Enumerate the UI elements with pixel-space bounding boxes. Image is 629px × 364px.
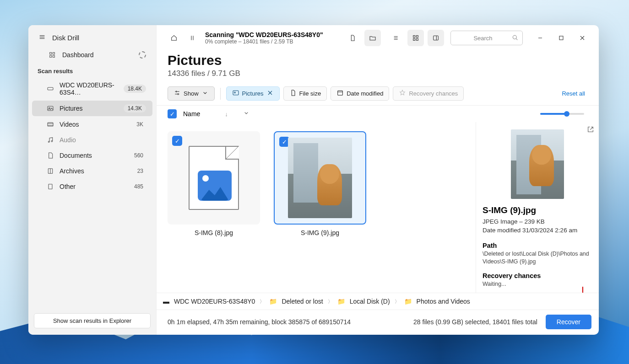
folder-icon: 📁 [269, 298, 277, 305]
show-filter-button[interactable]: Show [168, 86, 215, 101]
spinner-icon [139, 51, 146, 59]
grid-icon [49, 51, 56, 59]
column-header: ✓ Name ↓ [157, 105, 599, 122]
details-panel: S-IMG (9).jpg JPEG Image – 239 KB Date m… [476, 122, 599, 293]
pictures-filter-chip[interactable]: Pictures [226, 86, 280, 101]
breadcrumb-root[interactable]: WDC WD20EURS-63S48Y0 [174, 298, 255, 305]
reset-filters-link[interactable]: Reset all [562, 90, 588, 97]
sliders-icon [174, 89, 181, 98]
page-title: Pictures [168, 53, 588, 68]
chevron-down-icon[interactable] [243, 109, 250, 118]
svg-rect-21 [338, 91, 343, 95]
folder-view-button[interactable] [364, 30, 381, 46]
drive-icon [47, 85, 54, 92]
details-path: \Deleted or lost\Local Disk (D)\Photos a… [483, 250, 592, 266]
file-icon [289, 89, 297, 98]
svg-rect-1 [53, 53, 54, 54]
sidebar-item-pictures[interactable]: Pictures 14.3K [32, 101, 152, 116]
svg-rect-15 [416, 38, 418, 40]
sidebar-item-other[interactable]: Other 485 [32, 179, 152, 194]
file-item[interactable]: ✓ S-IMG (8).jpg [168, 131, 260, 236]
page-subtitle: 14336 files / 9.71 GB [168, 69, 588, 78]
popout-icon[interactable] [587, 126, 594, 135]
app-title: Disk Drill [52, 34, 79, 42]
home-button[interactable] [166, 30, 182, 46]
recovery-filter-button[interactable]: Recovery chances [393, 86, 464, 101]
image-thumbnail [288, 138, 352, 218]
select-all-checkbox[interactable]: ✓ [168, 109, 177, 118]
search-icon [511, 34, 519, 43]
svg-rect-13 [416, 36, 418, 37]
filter-bar: Show Pictures File size Date modified Re… [157, 80, 599, 105]
sidebar-item-documents[interactable]: Documents 560 [32, 148, 152, 163]
app-title-row: Disk Drill [28, 25, 156, 47]
file-view-button[interactable] [344, 30, 361, 46]
recover-button[interactable]: Recover [546, 315, 591, 329]
svg-rect-14 [413, 38, 415, 40]
svg-point-20 [234, 92, 235, 93]
pause-button[interactable] [184, 30, 201, 46]
svg-rect-12 [413, 36, 415, 37]
annotation-arrow [582, 287, 583, 293]
other-icon [47, 183, 54, 190]
status-bar: 0h 1m elapsed, 47h 35m remaining, block … [157, 310, 599, 335]
list-view-button[interactable] [387, 30, 404, 46]
svg-point-9 [51, 140, 53, 142]
close-icon[interactable] [266, 89, 274, 98]
svg-rect-18 [559, 36, 563, 40]
app-window: Disk Drill Dashboard Scan results WDC WD… [28, 25, 599, 335]
details-path-label: Path [483, 242, 592, 249]
sidebar-item-drive[interactable]: WDC WD20EURS-63S4… 18.4K [32, 78, 152, 100]
svg-rect-7 [48, 123, 53, 126]
pictures-icon [232, 89, 239, 98]
svg-point-17 [513, 35, 516, 39]
split-view-button[interactable] [428, 30, 444, 46]
show-in-explorer-button[interactable]: Show scan results in Explorer [34, 313, 151, 328]
toolbar: Scanning "WDC WD20EURS-63S48Y0" 0% compl… [157, 25, 599, 49]
name-column[interactable]: Name [183, 110, 200, 118]
checkbox-icon[interactable]: ✓ [172, 136, 182, 146]
scan-title: Scanning "WDC WD20EURS-63S48Y0" [205, 31, 323, 38]
svg-rect-16 [434, 36, 439, 40]
sidebar-item-videos[interactable]: Videos 3K [32, 117, 152, 132]
folder-icon: 📁 [337, 298, 345, 305]
details-filename: S-IMG (9).jpg [483, 205, 592, 215]
pictures-icon [47, 105, 54, 112]
datemod-filter-button[interactable]: Date modified [331, 86, 389, 101]
status-selection: 28 files (0.99 GB) selected, 18401 files… [413, 318, 537, 326]
sidebar-item-dashboard[interactable]: Dashboard [28, 47, 156, 64]
thumbnail-size-slider[interactable] [540, 113, 584, 115]
file-name: S-IMG (8).jpg [195, 229, 233, 236]
star-icon [399, 89, 406, 98]
breadcrumb-item[interactable]: Deleted or lost [282, 298, 323, 305]
sidebar-item-audio[interactable]: Audio [32, 133, 152, 147]
close-button[interactable] [573, 31, 591, 45]
grid-view-button[interactable] [407, 30, 424, 46]
svg-rect-19 [233, 91, 239, 95]
svg-rect-11 [49, 184, 52, 189]
details-date: Date modified 31/03/2024 2:26 am [483, 227, 592, 234]
audio-icon [47, 136, 54, 144]
minimize-button[interactable] [531, 31, 549, 45]
file-item-selected[interactable]: ✓ S-IMG (9).jpg [274, 131, 366, 236]
svg-rect-3 [53, 55, 54, 57]
filesize-filter-button[interactable]: File size [283, 86, 327, 101]
preview-image [511, 129, 564, 199]
svg-rect-2 [50, 55, 52, 57]
search-input[interactable]: Search [450, 31, 523, 45]
svg-point-8 [48, 141, 49, 143]
status-progress: 0h 1m elapsed, 47h 35m remaining, block … [168, 318, 351, 326]
documents-icon [47, 152, 54, 159]
sidebar-item-archives[interactable]: Archives 23 [32, 164, 152, 178]
sort-desc-icon: ↓ [225, 111, 228, 118]
svg-rect-4 [48, 87, 53, 90]
videos-icon [47, 121, 54, 128]
file-name: S-IMG (9).jpg [301, 229, 339, 236]
breadcrumb-item[interactable]: Photos and Videos [417, 298, 470, 305]
drive-icon: ▬ [163, 298, 169, 305]
svg-rect-0 [50, 53, 52, 54]
breadcrumb-item[interactable]: Local Disk (D) [350, 298, 390, 305]
hamburger-icon[interactable] [38, 33, 46, 42]
maximize-button[interactable] [552, 31, 570, 45]
archives-icon [47, 167, 54, 175]
